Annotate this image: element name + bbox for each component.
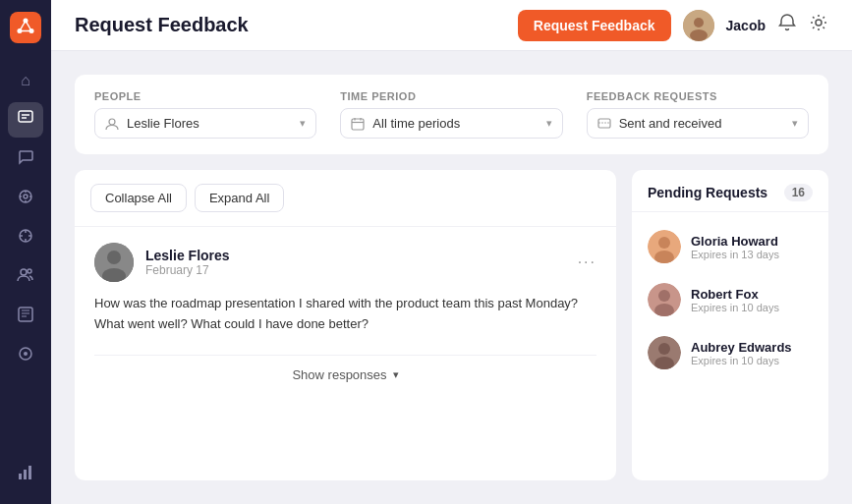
feedback-select[interactable]: Sent and received ▾	[587, 108, 809, 139]
feedback-author-name: Leslie Flores	[145, 248, 566, 263]
gloria-expires: Expires in 13 days	[691, 249, 813, 260]
time-value: All time periods	[372, 116, 460, 131]
svg-rect-26	[28, 466, 31, 479]
svg-point-11	[24, 195, 28, 198]
show-responses-chevron-icon: ▾	[393, 368, 399, 381]
people-chevron-icon: ▾	[300, 117, 306, 130]
robert-expires: Expires in 10 days	[691, 302, 813, 313]
request-feedback-button[interactable]: Request Feedback	[518, 10, 671, 41]
svg-point-17	[21, 269, 27, 275]
feedback-menu-button[interactable]: ···	[578, 253, 596, 271]
svg-rect-0	[10, 12, 41, 43]
pending-header: Pending Requests 16	[632, 170, 828, 212]
feedback-toolbar: Collapse All Expand All	[75, 170, 616, 227]
feedback-body: How was the roadmap presentation I share…	[94, 294, 596, 335]
aubrey-avatar	[648, 336, 681, 369]
collapse-all-button[interactable]: Collapse All	[90, 184, 187, 212]
people-label: People	[94, 90, 316, 102]
home-icon: ⌂	[21, 72, 30, 89]
people-icon	[17, 266, 34, 288]
page-header: Request Feedback Request Feedback Jacob	[51, 0, 852, 51]
app-logo[interactable]	[10, 12, 41, 43]
page-title: Request Feedback	[75, 14, 249, 36]
svg-point-39	[107, 251, 121, 264]
gloria-info: Gloria Howard Expires in 13 days	[691, 234, 813, 260]
page-content: People Leslie Flores ▾ Time period	[51, 51, 852, 504]
sidebar-item-reports[interactable]	[8, 299, 43, 334]
aubrey-info: Aubrey Edwards Expires in 10 days	[691, 340, 813, 366]
feedback-meta: Leslie Flores February 17	[145, 248, 566, 277]
svg-point-30	[816, 20, 822, 26]
notifications-icon[interactable]	[777, 13, 797, 37]
robert-name: Robert Fox	[691, 287, 813, 302]
svg-point-45	[658, 290, 670, 302]
pending-title: Pending Requests	[648, 185, 767, 200]
svg-rect-36	[598, 119, 610, 128]
people-select[interactable]: Leslie Flores ▾	[94, 108, 316, 139]
pending-count-badge: 16	[784, 184, 813, 201]
time-filter: Time period All time periods ▾	[340, 90, 562, 139]
aubrey-name: Aubrey Edwards	[691, 340, 813, 355]
star-icon	[17, 188, 34, 209]
robert-info: Robert Fox Expires in 10 days	[691, 287, 813, 313]
time-label: Time period	[340, 90, 562, 102]
show-responses-button[interactable]: Show responses ▾	[94, 367, 596, 382]
svg-point-31	[109, 119, 115, 125]
sidebar-item-people[interactable]	[8, 259, 43, 295]
svg-rect-7	[19, 111, 32, 122]
lower-section: Collapse All Expand All Les	[75, 170, 828, 480]
sidebar-item-feedback[interactable]	[8, 102, 43, 138]
reports-icon	[17, 306, 34, 327]
robert-avatar	[648, 283, 681, 316]
svg-point-28	[694, 18, 704, 28]
message-icon	[597, 117, 611, 131]
expand-all-button[interactable]: Expand All	[195, 184, 284, 212]
sidebar-item-target[interactable]	[8, 220, 43, 255]
sidebar-item-home[interactable]: ⌂	[8, 63, 43, 98]
aubrey-expires: Expires in 10 days	[691, 355, 813, 366]
sidebar: ⌂	[0, 0, 51, 504]
feedback-divider	[94, 355, 596, 356]
feedback-panel: Collapse All Expand All Les	[75, 170, 616, 480]
svg-rect-25	[24, 470, 27, 479]
username-label: Jacob	[726, 18, 766, 33]
sidebar-item-analytics[interactable]	[8, 457, 43, 492]
pending-list: Gloria Howard Expires in 13 days	[632, 212, 828, 387]
gloria-name: Gloria Howard	[691, 234, 813, 249]
people-value: Leslie Flores	[127, 116, 199, 131]
sidebar-item-refresh[interactable]	[8, 338, 43, 373]
feedback-value: Sent and received	[619, 116, 722, 131]
svg-rect-24	[19, 474, 22, 479]
time-select[interactable]: All time periods ▾	[340, 108, 562, 139]
feedback-item: Leslie Flores February 17 ··· How was th…	[75, 227, 616, 480]
person-icon	[105, 117, 119, 131]
svg-rect-19	[19, 308, 32, 321]
feedback-item-header: Leslie Flores February 17 ···	[94, 243, 596, 282]
svg-point-23	[24, 352, 28, 356]
people-filter: People Leslie Flores ▾	[94, 90, 316, 139]
svg-point-29	[690, 29, 708, 41]
target-icon	[17, 227, 34, 249]
feedback-chevron-icon: ▾	[792, 117, 798, 130]
feedback-filter: Feedback requests Sent and received ▾	[587, 90, 809, 139]
settings-icon[interactable]	[809, 13, 828, 37]
user-avatar	[683, 10, 714, 41]
pending-panel: Pending Requests 16 Gloria	[632, 170, 828, 480]
feedback-icon	[17, 109, 34, 131]
chat-icon	[17, 148, 34, 170]
time-chevron-icon: ▾	[546, 117, 552, 130]
filter-bar: People Leslie Flores ▾ Time period	[75, 75, 828, 154]
calendar-icon	[351, 117, 365, 131]
sidebar-item-star[interactable]	[8, 181, 43, 216]
pending-item-1[interactable]: Robert Fox Expires in 10 days	[632, 273, 828, 326]
svg-point-48	[658, 343, 670, 355]
sidebar-item-chat[interactable]	[8, 141, 43, 177]
pending-item-0[interactable]: Gloria Howard Expires in 13 days	[632, 220, 828, 273]
gloria-avatar	[648, 230, 681, 263]
header-actions: Request Feedback Jacob	[518, 10, 828, 41]
main-content: Request Feedback Request Feedback Jacob	[51, 0, 852, 504]
feedback-label: Feedback requests	[587, 90, 809, 102]
pending-item-2[interactable]: Aubrey Edwards Expires in 10 days	[632, 326, 828, 379]
svg-rect-32	[352, 119, 364, 130]
svg-point-42	[658, 237, 670, 249]
